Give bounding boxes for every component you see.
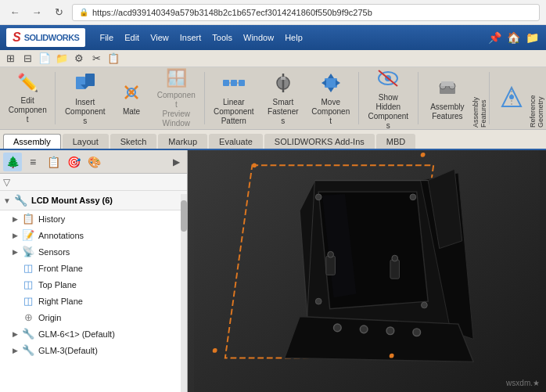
sep3 bbox=[358, 72, 359, 124]
tree-scrollbar[interactable] bbox=[181, 194, 187, 392]
move-component-icon bbox=[318, 70, 343, 95]
qa-copy-icon[interactable]: 📋 bbox=[106, 52, 120, 66]
header-pin-icon[interactable]: 📌 bbox=[487, 30, 502, 45]
sensors-arrow: ▶ bbox=[13, 248, 20, 256]
tree-item-top-plane[interactable]: ◫ Top Plane bbox=[0, 276, 187, 293]
tab-evaluate[interactable]: Evaluate bbox=[209, 134, 263, 149]
tree-item-origin[interactable]: ⊕ Origin bbox=[0, 309, 187, 325]
app-header: S SOLIDWORKS File Edit View Insert Tools… bbox=[0, 25, 546, 50]
tab-solidworks-addins[interactable]: SOLIDWORKS Add-Ins bbox=[264, 134, 375, 149]
tree-tool-properties-icon[interactable]: 📋 bbox=[44, 153, 63, 171]
tree-item-glm-6-1[interactable]: ▶ 🔧 GLM-6<1> (Default) bbox=[0, 325, 187, 342]
menu-file[interactable]: File bbox=[95, 31, 118, 44]
insert-components-icon bbox=[73, 70, 98, 95]
qa-panels-icon[interactable]: ⊟ bbox=[20, 52, 34, 66]
tab-layout[interactable]: Layout bbox=[63, 134, 109, 149]
header-right: 📌 🏠 📁 bbox=[487, 30, 540, 45]
svg-marker-34 bbox=[285, 316, 473, 361]
mate-button[interactable]: Mate bbox=[113, 69, 150, 128]
smart-fasteners-button[interactable]: SmartFasteners bbox=[261, 69, 304, 128]
forward-button[interactable]: → bbox=[28, 4, 45, 21]
svg-marker-13 bbox=[321, 80, 326, 86]
tree-item-sensors[interactable]: ▶ 📡 Sensors bbox=[0, 243, 187, 260]
menu-window[interactable]: Window bbox=[239, 31, 278, 44]
insert-components-label: InsertComponents bbox=[63, 98, 106, 126]
top-plane-icon: ◫ bbox=[22, 279, 34, 290]
menu-view[interactable]: View bbox=[145, 31, 174, 44]
top-plane-label: Top Plane bbox=[38, 280, 77, 290]
header-home-icon[interactable]: 🏠 bbox=[505, 30, 521, 45]
svg-rect-12 bbox=[325, 78, 337, 88]
tree-tool-color-icon[interactable]: 🎨 bbox=[84, 153, 103, 171]
glm-3-icon: 🔧 bbox=[22, 344, 34, 356]
tree-item-history[interactable]: ▶ 📋 History bbox=[0, 210, 187, 227]
feature-tree-panel: 🌲 ≡ 📋 🎯 🎨 ▶ ▽ ▼ 🔧 LCD Mount Assy (6) bbox=[0, 150, 188, 392]
linear-pattern-button[interactable]: Linear ComponentPattern bbox=[207, 69, 260, 128]
qa-grid-icon[interactable]: ⊞ bbox=[3, 52, 17, 66]
tab-mbd[interactable]: MBD bbox=[376, 134, 415, 149]
menu-insert[interactable]: Insert bbox=[175, 31, 207, 44]
assembly-features-label: Assembly Features bbox=[426, 102, 469, 121]
tree-tool-list-icon[interactable]: ≡ bbox=[23, 153, 42, 171]
tab-assembly[interactable]: Assembly bbox=[3, 134, 61, 149]
menu-help[interactable]: Help bbox=[280, 31, 307, 44]
annotations-arrow: ▶ bbox=[13, 232, 20, 239]
viewport[interactable]: wsxdm.★ bbox=[188, 150, 546, 392]
glm-6-1-arrow: ▶ bbox=[13, 330, 20, 338]
qa-new-icon[interactable]: 📄 bbox=[38, 52, 52, 66]
solidworks-logo: S SOLIDWORKS bbox=[6, 28, 85, 47]
annotations-label: Annotations bbox=[38, 231, 84, 240]
show-hidden-button[interactable]: ShowHiddenComponents bbox=[362, 69, 415, 128]
glm-3-arrow: ▶ bbox=[13, 347, 20, 354]
browser-bar: ← → ↻ 🔒 https://acd939140349a579b3148b2c… bbox=[0, 0, 546, 25]
qa-settings-icon[interactable]: ⚙ bbox=[72, 52, 86, 66]
svg-point-26 bbox=[509, 95, 514, 99]
tab-bar: Assembly Layout Sketch Markup Evaluate S… bbox=[0, 130, 546, 150]
qa-open-icon[interactable]: 📁 bbox=[55, 52, 69, 66]
insert-components-button[interactable]: InsertComponents bbox=[59, 69, 111, 128]
smart-fasteners-icon bbox=[271, 70, 296, 95]
sep1 bbox=[55, 72, 56, 124]
header-arrow: ▼ bbox=[3, 196, 11, 205]
tree-item-annotations[interactable]: ▶ 📝 Annotations bbox=[0, 227, 187, 243]
history-arrow: ▶ bbox=[13, 215, 20, 223]
header-folder-icon[interactable]: 📁 bbox=[524, 30, 540, 45]
sep4 bbox=[418, 72, 418, 124]
menu-edit[interactable]: Edit bbox=[120, 31, 144, 44]
assembly-features-icon bbox=[435, 75, 460, 100]
tree-item-right-plane[interactable]: ◫ Right Plane bbox=[0, 293, 187, 309]
edit-component-icon: ✏️ bbox=[15, 72, 40, 94]
tree-tool-model-icon[interactable]: 🌲 bbox=[3, 153, 22, 171]
tree-item-front-plane[interactable]: ◫ Front Plane bbox=[0, 260, 187, 276]
right-plane-label: Right Plane bbox=[38, 297, 83, 306]
menu-tools[interactable]: Tools bbox=[207, 31, 237, 44]
assembly-name: LCD Mount Assy (6) bbox=[31, 196, 113, 205]
back-button[interactable]: ← bbox=[6, 4, 23, 21]
tree-scroll-thumb[interactable] bbox=[181, 200, 187, 232]
svg-marker-15 bbox=[328, 74, 334, 78]
tree-assembly-header[interactable]: ▼ 🔧 LCD Mount Assy (6) bbox=[0, 191, 187, 210]
tree-item-glm-3[interactable]: ▶ 🔧 GLM-3(Default) bbox=[0, 342, 187, 358]
address-bar[interactable]: 🔒 https://acd939140349a579b3148b2c1b657e… bbox=[72, 4, 540, 21]
svg-marker-14 bbox=[336, 80, 340, 86]
tab-sketch[interactable]: Sketch bbox=[110, 134, 157, 149]
component-preview-button[interactable]: 🪟 ComponentPreviewWindow bbox=[152, 69, 200, 128]
tab-markup[interactable]: Markup bbox=[158, 134, 207, 149]
tree-expand-button[interactable]: ▶ bbox=[168, 154, 184, 170]
move-component-button[interactable]: MoveComponent bbox=[307, 69, 355, 128]
refresh-button[interactable]: ↻ bbox=[50, 4, 67, 21]
tree-tool-target-icon[interactable]: 🎯 bbox=[64, 153, 83, 171]
svg-point-36 bbox=[410, 194, 416, 200]
show-hidden-label: ShowHiddenComponents bbox=[367, 93, 410, 131]
qa-cut-icon[interactable]: ✂ bbox=[89, 52, 103, 66]
origin-icon: ⊕ bbox=[22, 311, 34, 323]
history-label: History bbox=[38, 214, 65, 224]
main-area: 🌲 ≡ 📋 🎯 🎨 ▶ ▽ ▼ 🔧 LCD Mount Assy (6) bbox=[0, 150, 546, 392]
edit-component-button[interactable]: ✏️ EditComponent bbox=[3, 69, 52, 128]
history-icon: 📋 bbox=[22, 213, 34, 225]
svg-point-42 bbox=[413, 329, 421, 336]
glm-6-1-label: GLM-6<1> (Default) bbox=[38, 329, 115, 339]
reference-geometry-button[interactable] bbox=[493, 69, 530, 128]
assembly-features-button[interactable]: Assembly Features bbox=[422, 69, 474, 128]
mate-icon bbox=[119, 80, 144, 105]
